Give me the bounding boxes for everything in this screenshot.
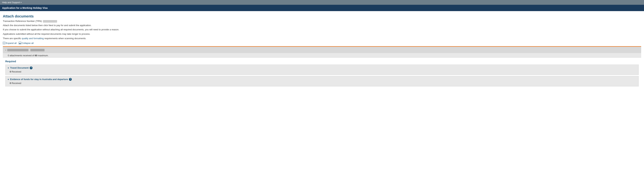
applicant-row: - xyxy=(3,47,641,53)
collapse-all-icon: ▬ xyxy=(19,42,21,44)
attachments-received-row: 0 attachments received of 60 maximum. xyxy=(3,53,641,58)
doc-travel-title-link[interactable]: Travel Document xyxy=(10,67,29,69)
collapse-all-label: Collapse all xyxy=(22,42,34,44)
doc-funds-received: 0 Received xyxy=(6,82,638,86)
doc-item-header-travel: + Travel Document ? xyxy=(6,65,638,70)
help-support-label: Help and Support xyxy=(2,1,20,4)
expand-all-icon: + xyxy=(3,42,5,44)
expand-all-label: Expand all xyxy=(6,42,16,44)
trn-label: Transaction Reference Number (TRN): xyxy=(3,20,42,22)
required-section: Required + Travel Document ? 0 Received … xyxy=(3,58,641,88)
applicant-id-blurred xyxy=(30,49,44,51)
attachments-text: 0 attachments received of xyxy=(8,54,34,57)
app-header: Application for a Working Holiday Visa xyxy=(0,5,644,11)
applicant-name-blurred xyxy=(7,49,28,51)
top-bar: Help and Support ▾ xyxy=(0,0,644,5)
expand-collapse-bar: + Expand all ▬ Collapse all xyxy=(3,42,641,46)
doc-item-travel-document: + Travel Document ? 0 Received xyxy=(5,65,639,75)
doc-funds-received-count: 0 xyxy=(10,82,11,85)
trn-line: Transaction Reference Number (TRN): xyxy=(3,20,641,23)
app-header-title: Application for a Working Holiday Visa xyxy=(2,6,48,9)
expand-all-button[interactable]: + Expand all xyxy=(3,42,16,44)
applicant-name xyxy=(7,49,44,51)
instruction-1: Attach the documents listed below then c… xyxy=(3,24,641,27)
help-caret-icon: ▾ xyxy=(21,1,22,3)
doc-funds-title-link[interactable]: Evidence of funds for stay in Australia … xyxy=(10,78,68,81)
doc-funds-received-label: Received xyxy=(12,82,21,85)
doc-travel-expand-button[interactable]: + xyxy=(8,67,9,69)
doc-travel-received-count: 0 xyxy=(10,70,11,73)
doc-funds-expand-button[interactable]: + xyxy=(8,78,9,81)
applicant-collapse-button[interactable]: - xyxy=(5,49,6,51)
main-content: Attach documents Transaction Reference N… xyxy=(0,11,644,91)
attachments-max: 60 xyxy=(35,54,37,57)
instruction-3: Applications submitted without all the r… xyxy=(3,32,641,36)
trn-value xyxy=(43,20,57,23)
doc-travel-received-label: Received xyxy=(12,70,21,73)
doc-travel-help-icon[interactable]: ? xyxy=(30,67,32,69)
doc-funds-help-icon[interactable]: ? xyxy=(69,78,72,81)
section-container: - 0 attachments received of 60 maximum. … xyxy=(3,47,641,88)
attachments-max-suffix: maximum. xyxy=(38,54,48,57)
instruction-4: There are specific quality and formattin… xyxy=(3,37,641,40)
help-support-link[interactable]: Help and Support ▾ xyxy=(2,1,22,4)
instruction-2: If you choose to submit the application … xyxy=(3,28,641,32)
doc-item-funds: + Evidence of funds for stay in Australi… xyxy=(5,76,639,87)
required-label: Required xyxy=(5,60,639,63)
page-title: Attach documents xyxy=(3,14,641,18)
doc-travel-received: 0 Received xyxy=(6,70,638,75)
doc-item-header-funds: + Evidence of funds for stay in Australi… xyxy=(6,76,638,82)
quality-formatting-link[interactable]: quality and formatting xyxy=(22,37,44,40)
collapse-all-button[interactable]: ▬ Collapse all xyxy=(19,42,34,44)
